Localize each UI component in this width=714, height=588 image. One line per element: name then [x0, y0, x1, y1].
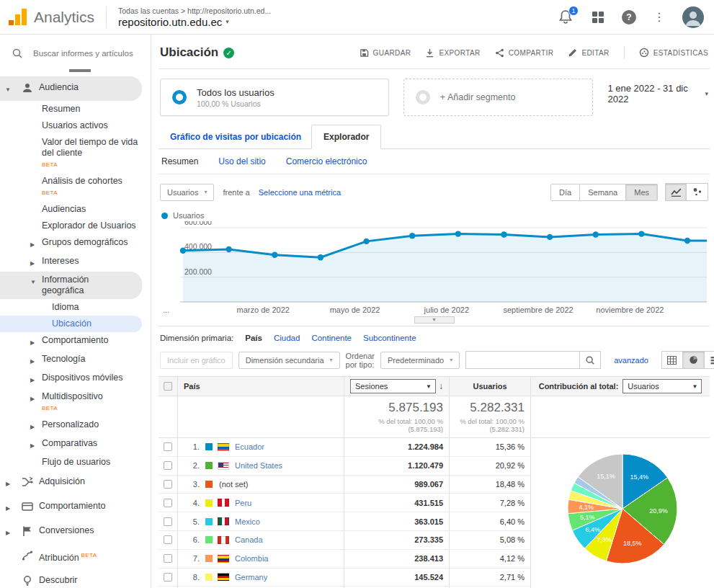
property-selector[interactable]: repositorio.utn.edu.ec ▾	[118, 16, 271, 28]
performance-view-button[interactable]	[705, 351, 714, 369]
granularity-month[interactable]: Mes	[626, 184, 658, 201]
sidebar-item-informacion-geografica[interactable]: ▼Información geográfica	[0, 272, 142, 299]
granularity-day[interactable]: Día	[550, 184, 580, 201]
row-checkbox[interactable]	[164, 499, 172, 507]
row-checkbox[interactable]	[164, 480, 172, 489]
data-point[interactable]	[638, 231, 644, 236]
dimension-city[interactable]: Ciudad	[274, 334, 300, 342]
dimension-continent[interactable]: Continente	[311, 334, 352, 342]
motion-chart-button[interactable]	[687, 183, 708, 201]
data-point[interactable]	[363, 239, 369, 244]
metric-dropdown[interactable]: Usuarios ▾	[160, 184, 214, 201]
add-segment-button[interactable]: + Añadir segmento	[403, 79, 594, 116]
apps-grid-icon[interactable]	[592, 11, 604, 24]
country-link[interactable]: Ecuador	[235, 442, 264, 451]
segment-card-all-users[interactable]: Todos los usuarios 100,00 % Usuarios	[160, 79, 389, 116]
share-button[interactable]: COMPARTIR	[495, 48, 554, 58]
row-checkbox[interactable]	[164, 517, 172, 526]
column-header-users[interactable]: Usuarios	[449, 377, 530, 396]
sidebar-item-valor-del-tiempo-de-vida-del-cliente[interactable]: Valor del tiempo de vida del clienteBETA	[0, 134, 151, 173]
granularity-week[interactable]: Semana	[580, 184, 626, 201]
sort-desc-icon[interactable]: ↓	[439, 381, 443, 391]
date-range-picker[interactable]: 1 ene 2022 - 31 dic 2022 ▾	[607, 79, 708, 104]
data-point[interactable]	[226, 246, 231, 252]
country-link[interactable]: Peru	[235, 499, 251, 507]
sidebar-item-analisis-de-cohortes[interactable]: Análisis de cohortesBETA	[0, 173, 151, 201]
sidebar-item-atribucion[interactable]: AtribuciónBETA	[0, 544, 151, 569]
sidebar-item-usuarios-activos[interactable]: Usuarios activos	[0, 117, 151, 134]
sidebar-item-multidispositivo[interactable]: ▶MultidispositivoBETA	[0, 388, 151, 416]
nav-search-input[interactable]	[33, 49, 141, 58]
row-checkbox[interactable]	[164, 461, 172, 470]
data-point[interactable]	[547, 234, 553, 240]
breadcrumb[interactable]: Todas las cuentas > http://repositorio.u…	[118, 6, 271, 15]
advanced-filter-link[interactable]: avanzado	[614, 356, 648, 365]
percentage-view-button[interactable]	[683, 351, 705, 369]
row-checkbox[interactable]	[164, 535, 172, 544]
sidebar-item-comparativas[interactable]: ▶Comparativas	[0, 435, 151, 454]
data-point[interactable]	[272, 252, 277, 258]
select-metric-link[interactable]: Seleccione una métrica	[259, 188, 341, 197]
data-point[interactable]	[455, 231, 461, 236]
subtab-site-usage[interactable]: Uso del sitio	[218, 156, 265, 166]
data-point[interactable]	[318, 254, 323, 260]
nav-search[interactable]	[0, 42, 151, 69]
country-link[interactable]: Mexico	[235, 517, 260, 526]
column-header-country[interactable]: País	[178, 382, 344, 391]
row-checkbox[interactable]	[164, 573, 172, 582]
data-point[interactable]	[180, 248, 186, 254]
row-checkbox[interactable]	[164, 554, 172, 563]
notifications-button[interactable]: 1	[558, 9, 574, 25]
sidebar-item-conversiones[interactable]: ▶Conversiones	[0, 520, 151, 544]
sidebar-item-comportamiento[interactable]: ▶Comportamiento	[0, 495, 151, 520]
save-button[interactable]: GUARDAR	[360, 48, 411, 58]
edit-button[interactable]: EDITAR	[568, 48, 609, 58]
data-point[interactable]	[409, 233, 415, 239]
sort-type-dropdown[interactable]: Predeterminado ▾	[380, 352, 460, 369]
overflow-menu-icon[interactable]: ⋮	[653, 12, 665, 23]
sidebar-item-grupos-demograficos[interactable]: ▶Grupos demográficos	[0, 234, 151, 253]
sidebar-item-personalizado[interactable]: ▶Personalizado	[0, 416, 151, 435]
table-search-button[interactable]	[579, 351, 601, 369]
sidebar-item-idioma[interactable]: Idioma	[0, 299, 151, 316]
line-chart-button[interactable]	[665, 183, 687, 201]
select-all-checkbox[interactable]	[164, 382, 172, 391]
tab-visits-map[interactable]: Gráfico de visitas por ubicación	[160, 125, 311, 148]
dimension-country[interactable]: País	[245, 334, 262, 342]
sidebar-item-explorador-de-usuarios[interactable]: Explorador de Usuarios	[0, 218, 151, 234]
secondary-dimension-dropdown[interactable]: Dimensión secundaria ▾	[238, 352, 340, 369]
sidebar-item-audiencia[interactable]: ▼Audiencia	[0, 76, 142, 101]
dimension-subcontinent[interactable]: Subcontinente	[363, 334, 416, 342]
subtab-ecommerce[interactable]: Comercio electrónico	[286, 156, 367, 166]
contribution-select[interactable]: Usuarios ▼	[622, 379, 702, 393]
sidebar-item-flujo-de-usuarios[interactable]: Flujo de usuarios	[0, 454, 151, 471]
tab-explorer[interactable]: Explorador	[311, 125, 381, 149]
row-checkbox[interactable]	[164, 442, 172, 451]
sidebar-item-adquisicion[interactable]: ▶Adquisición	[0, 471, 151, 495]
subtab-summary[interactable]: Resumen	[161, 156, 198, 166]
sidebar-item-resumen[interactable]: Resumen	[0, 101, 151, 117]
sidebar-item-descubrir[interactable]: Descubrir	[0, 569, 151, 588]
sidebar-item-audiencias[interactable]: Audiencias	[0, 201, 151, 218]
avatar[interactable]	[682, 6, 704, 28]
sidebar-item-ubicacion[interactable]: Ubicación	[0, 316, 142, 332]
sidebar-item-tecnologia[interactable]: ▶Tecnología	[0, 351, 151, 370]
help-icon[interactable]: ?	[622, 10, 636, 24]
chart-collapse-button[interactable]: ▾	[414, 316, 455, 324]
country-link[interactable]: Canada	[235, 535, 263, 544]
data-point[interactable]	[593, 231, 599, 237]
sidebar-item-comportamiento[interactable]: ▶Comportamiento	[0, 332, 151, 351]
country-link[interactable]: United States	[235, 461, 282, 470]
table-view-button[interactable]	[661, 351, 683, 369]
sidebar-item-intereses[interactable]: ▶Intereses	[0, 253, 151, 272]
insights-button[interactable]: ESTADÍSTICAS	[639, 48, 708, 58]
data-point[interactable]	[501, 231, 507, 237]
plot-rows-button[interactable]: Incluir en gráfico	[160, 352, 233, 369]
country-link[interactable]: (not set)	[219, 480, 248, 489]
country-link[interactable]: Germany	[235, 573, 267, 582]
data-point[interactable]	[684, 238, 690, 244]
export-button[interactable]: EXPORTAR	[425, 48, 480, 58]
sidebar-item-dispositivos-moviles[interactable]: ▶Dispositivos móviles	[0, 370, 151, 388]
metric-column-select[interactable]: Sesiones ▼	[350, 379, 436, 393]
country-link[interactable]: Colombia	[235, 554, 268, 563]
